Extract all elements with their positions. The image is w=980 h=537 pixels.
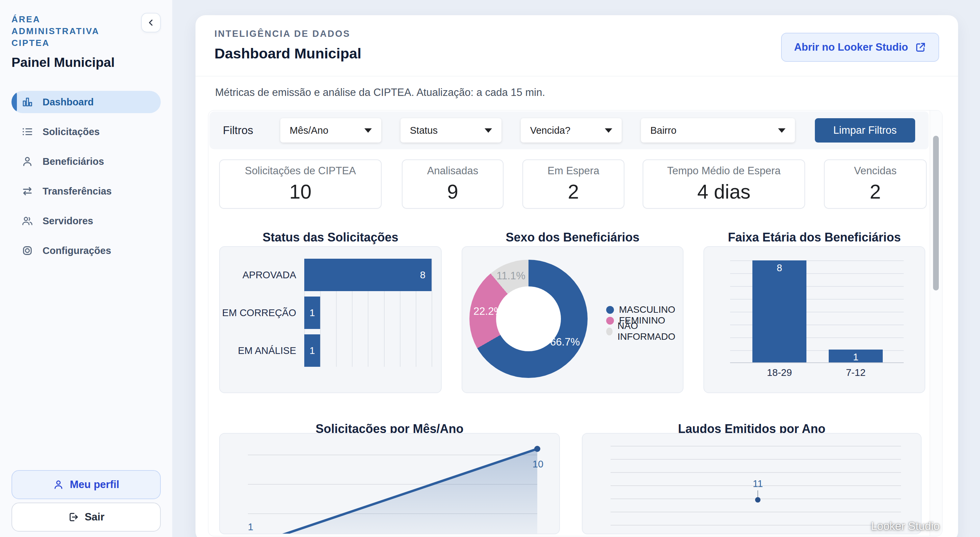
filter-dropdown-label: Mês/Ano [290, 125, 328, 136]
x-axis-label: 7-12 [829, 367, 883, 378]
solicitacoes-line-chart: 10 1 [219, 433, 560, 534]
donut [469, 260, 588, 378]
page-title: Dashboard Municipal [215, 45, 361, 62]
sidebar-item-label: Beneficiários [43, 156, 104, 167]
open-looker-studio-button[interactable]: Abrir no Looker Studio [781, 33, 939, 62]
bar-value-label: 1 [829, 352, 883, 363]
sidebar-title: Painel Municipal [11, 55, 161, 70]
x-axis-label: 18-29 [752, 367, 807, 378]
legend-dot-masculino [606, 306, 614, 314]
profile-button-label: Meu perfil [70, 478, 119, 491]
caret-down-icon [778, 128, 786, 133]
legend-item: NÃO INFORMADO [606, 327, 683, 336]
kpi-value: 10 [290, 180, 312, 203]
collapse-sidebar-button[interactable] [141, 13, 161, 32]
donut-pct-nao-informado: 11.1% [496, 270, 525, 282]
line-start-value-label: 1 [245, 521, 256, 532]
settings-icon [22, 245, 33, 257]
sidebar-item-label: Solicitações [43, 126, 100, 137]
filter-dropdown-status[interactable]: Status [401, 118, 501, 142]
open-looker-studio-label: Abrir no Looker Studio [794, 41, 908, 53]
sidebar: Área administrativa CIPTEA Painel Munici… [0, 0, 172, 537]
logout-button[interactable]: Sair [11, 502, 161, 532]
kpi-card-solicitacoes: Solicitações de CIPTEA 10 [219, 159, 382, 209]
filters-bar: Filtros Mês/Ano Status Vencida? Bairro L… [209, 112, 929, 149]
bar-em-correcao: 1 [304, 296, 320, 329]
bar-em-analise: 1 [304, 335, 320, 367]
donut-pct-feminino: 22.2% [474, 305, 503, 317]
category-label: EM ANÁLISE [220, 335, 304, 367]
looker-studio-watermark: Looker Studio [871, 520, 940, 532]
embedded-report: Filtros Mês/Ano Status Vencida? Bairro L… [208, 110, 942, 536]
external-link-icon [915, 41, 926, 53]
bar-value-label: 1 [309, 308, 315, 319]
eyebrow-label: INTELIGÊNCIA DE DADOS [215, 29, 361, 39]
sidebar-item-transferencias[interactable]: Transferências [11, 180, 161, 202]
filter-dropdown-mes-ano[interactable]: Mês/Ano [280, 118, 381, 142]
report-subtitle: Métricas de emissão e análise da CIPTEA.… [215, 86, 939, 99]
filters-label: Filtros [223, 124, 253, 137]
users-icon [22, 215, 33, 226]
brand-label: Área administrativa CIPTEA [11, 13, 119, 49]
sidebar-menu: Dashboard Solicitações Beneficiários Tra… [11, 91, 161, 262]
logout-icon [68, 512, 79, 523]
filter-dropdown-bairro[interactable]: Bairro [641, 118, 795, 142]
logout-button-label: Sair [85, 511, 105, 523]
kpi-label: Vencidas [854, 165, 897, 177]
kpi-label: Tempo Médio de Espera [667, 165, 780, 177]
line-chart-svg [220, 433, 560, 534]
category-label: APROVADA [220, 259, 304, 291]
data-point [755, 497, 760, 502]
kpi-card-analisadas: Analisadas 9 [402, 159, 504, 209]
sidebar-item-configuracoes[interactable]: Configurações [11, 239, 161, 262]
caret-down-icon [485, 128, 492, 133]
legend-item: MASCULINO [606, 305, 683, 314]
kpi-value: 9 [447, 180, 458, 203]
filter-dropdown-label: Bairro [651, 125, 676, 136]
bar-chart-icon [22, 96, 33, 108]
kpi-card-vencidas: Vencidas 2 [824, 159, 927, 209]
report-scrollbar-thumb[interactable] [933, 136, 939, 290]
legend-label: MASCULINO [619, 304, 675, 315]
kpi-label: Analisadas [427, 165, 479, 177]
sidebar-item-solicitacoes[interactable]: Solicitações [11, 121, 161, 143]
sidebar-item-label: Dashboard [43, 97, 94, 108]
caret-down-icon [605, 128, 612, 133]
chart-title-faixa-etaria: Faixa Etária dos Beneficiários [703, 230, 925, 244]
chevron-left-icon [146, 18, 156, 28]
clear-filters-button[interactable]: Limpar Filtros [815, 118, 915, 142]
main-panel: INTELIGÊNCIA DE DADOS Dashboard Municipa… [195, 15, 958, 537]
kpi-value: 4 dias [697, 180, 750, 203]
filter-dropdown-vencida[interactable]: Vencida? [521, 118, 622, 142]
laudos-line-chart: 11 [582, 433, 921, 534]
sidebar-item-servidores[interactable]: Servidores [11, 210, 161, 232]
list-icon [22, 126, 33, 137]
user-icon [53, 479, 64, 490]
sidebar-item-dashboard[interactable]: Dashboard [11, 91, 161, 113]
status-bar-plot: 8 1 1 [304, 259, 432, 367]
bar-aprovada: 8 [304, 259, 431, 291]
chart-title-status: Status das Solicitações [219, 230, 442, 244]
caret-down-icon [364, 128, 372, 133]
chart-title-sexo: Sexo dos Beneficiários [461, 230, 684, 244]
sidebar-item-label: Configurações [43, 245, 111, 257]
filter-dropdown-label: Status [410, 125, 438, 136]
panel-header: INTELIGÊNCIA DE DADOS Dashboard Municipa… [196, 15, 958, 76]
bar-value-label: 1 [309, 345, 315, 356]
profile-button[interactable]: Meu perfil [11, 470, 161, 499]
status-bar-chart: APROVADA EM CORREÇÃO EM ANÁLISE 8 1 1 [219, 246, 442, 393]
bar-7-12: 1 [829, 349, 883, 362]
kpi-card-em-espera: Em Espera 2 [522, 159, 624, 209]
sexo-donut-chart: 66.7% 22.2% 11.1% MASCULINO FEMININO NÃO… [461, 246, 684, 393]
category-label: EM CORREÇÃO [220, 296, 304, 329]
donut-legend: MASCULINO FEMININO NÃO INFORMADO [606, 305, 683, 338]
point-tick [757, 491, 758, 498]
kpi-label: Solicitações de CIPTEA [245, 165, 356, 177]
sidebar-item-beneficiarios[interactable]: Beneficiários [11, 150, 161, 172]
report-scrollbar[interactable] [930, 110, 942, 536]
sidebar-item-label: Transferências [43, 186, 112, 197]
legend-dot-nao-informado [606, 328, 612, 335]
bar-18-29: 8 [752, 260, 807, 362]
faixa-etaria-bar-chart: 8 1 18-29 7-12 [703, 246, 925, 393]
status-bar-category-labels: APROVADA EM CORREÇÃO EM ANÁLISE [220, 259, 304, 372]
